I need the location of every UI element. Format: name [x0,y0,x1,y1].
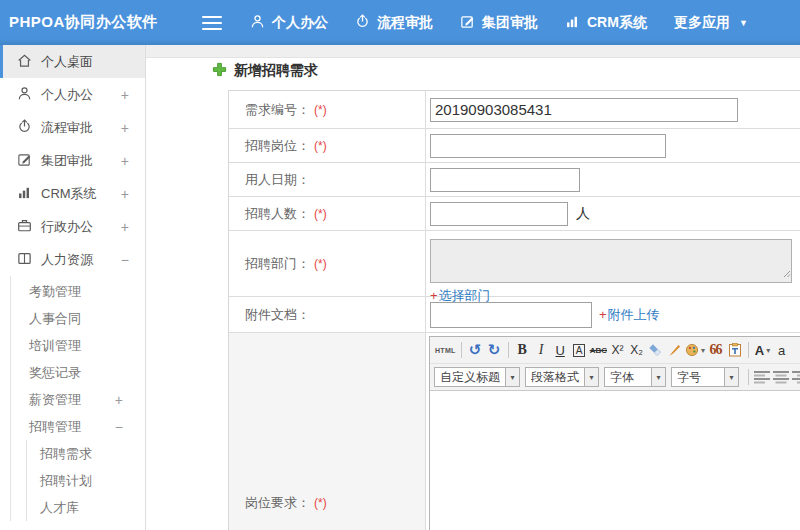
field-label: 招聘部门：(*) [229,231,426,296]
expand-icon[interactable]: + [121,153,129,169]
required-mark: (*) [314,139,327,153]
sidebar-item-admin-office[interactable]: 行政办公 + [0,210,145,243]
expand-icon[interactable]: + [121,186,129,202]
plus-icon: + [599,307,607,322]
hr-submenu: 考勤管理 人事合同 培训管理 奖惩记录 薪资管理 + 招聘管理 − 招聘需求 招… [10,276,145,521]
nav-label: 个人办公 [272,14,328,32]
paste-button[interactable] [726,340,743,360]
sidebar-item-workflow-approval[interactable]: 流程审批 + [0,111,145,144]
sidebar-item-hr-contract[interactable]: 人事合同 [11,305,145,332]
edit-icon [17,152,41,170]
content-top-strip [146,45,800,58]
sidebar-item-talent-pool[interactable]: 人才库 [27,494,145,521]
subscript-button[interactable]: X₂ [628,340,645,360]
department-textarea[interactable] [430,239,792,283]
expand-icon[interactable]: + [121,120,129,136]
expand-icon[interactable]: + [115,392,123,408]
font-style-button[interactable]: A [573,344,586,357]
sidebar-item-group-approval[interactable]: 集团审批 + [0,144,145,177]
edit-icon [460,14,482,32]
sidebar-label: 流程审批 [41,119,93,137]
editor-toolbar-row1: HTML ↺ ↻ B I U A ABC X² X₂ ▾ [430,337,800,364]
blockquote-button[interactable]: 66 [707,340,724,360]
redo-button[interactable]: ↻ [486,340,503,360]
align-left-button[interactable] [754,367,771,387]
bar-chart-icon [17,185,41,203]
strikethrough-button[interactable]: ABC [590,340,607,360]
sidebar-item-attendance[interactable]: 考勤管理 [11,278,145,305]
field-label: 招聘人数：(*) [229,197,426,230]
expand-icon[interactable]: + [121,87,129,103]
recruit-submenu: 招聘需求 招聘计划 人才库 [26,440,145,521]
sidebar-item-training[interactable]: 培训管理 [11,332,145,359]
font-size-select[interactable]: 字号 ▾ [671,367,739,387]
add-plus-icon [212,62,234,81]
nav-group-approval[interactable]: 集团审批 [460,14,538,32]
headcount-input[interactable] [430,202,568,226]
recruit-demand-form: 需求编号：(*) 招聘岗位：(*) 用人日期： 招聘人数：(*) [228,90,800,530]
workflow-icon [355,14,377,32]
collapse-icon[interactable]: − [121,252,129,268]
superscript-button[interactable]: X² [609,340,626,360]
nav-more-apps[interactable]: 更多应用 ▼ [674,14,748,32]
app-brand: PHPOA协同办公软件 [0,13,190,32]
rich-text-editor: HTML ↺ ↻ B I U A ABC X² X₂ ▾ [429,336,800,530]
hire-date-input[interactable] [430,168,580,192]
align-right-button[interactable] [792,367,800,387]
demand-no-input[interactable] [430,98,738,122]
undo-button[interactable]: ↺ [467,340,484,360]
expand-icon[interactable]: + [121,219,129,235]
user-icon [250,14,272,32]
editor-toolbar-row2: 自定义标题 ▾ 段落格式 ▾ 字体 ▾ 字号 ▾ [430,364,800,391]
format-brush-button[interactable] [666,340,683,360]
sidebar-item-human-resources[interactable]: 人力资源 − [0,243,145,276]
resize-grip-icon[interactable] [783,264,791,282]
font-color-button[interactable]: A▾ [754,340,771,360]
required-mark: (*) [314,496,327,510]
form-row-attachment: 附件文档： +附件上传 [229,297,800,333]
html-source-button[interactable]: HTML [435,340,456,360]
sidebar-label: 个人桌面 [41,53,93,71]
font-family-select[interactable]: 字体 ▾ [604,367,666,387]
sidebar-label: 集团审批 [41,152,93,170]
position-input[interactable] [430,134,666,158]
caret-down-icon: ▼ [739,18,748,28]
sidebar-item-salary[interactable]: 薪资管理 + [11,386,145,413]
color-palette-button[interactable]: ▾ [685,340,705,360]
page-title: 新增招聘需求 [234,62,318,80]
caret-down-icon: ▾ [766,346,770,355]
collapse-icon[interactable]: − [115,419,123,435]
editor-content[interactable] [430,391,800,530]
align-center-button[interactable] [773,367,790,387]
field-label: 附件文档： [229,297,426,332]
nav-workflow-approval[interactable]: 流程审批 [355,14,433,32]
menu-toggle-icon[interactable] [202,16,222,30]
toolbar-separator [508,342,509,358]
nav-crm-system[interactable]: CRM系统 [565,14,647,32]
sidebar-label: 行政办公 [41,218,93,236]
upload-attachment-link[interactable]: +附件上传 [599,306,660,324]
home-icon [17,53,41,71]
italic-button[interactable]: I [533,340,550,360]
font-background-button[interactable]: a [773,340,790,360]
sidebar-item-recruit-demand[interactable]: 招聘需求 [27,440,145,467]
nav-personal-office[interactable]: 个人办公 [250,14,328,32]
underline-button[interactable]: U [552,340,569,360]
paragraph-format-select[interactable]: 段落格式 ▾ [525,367,599,387]
user-icon [17,86,41,104]
eraser-button[interactable] [647,340,664,360]
workflow-icon [17,119,41,137]
page-title-bar: 新增招聘需求 [146,59,318,83]
bold-button[interactable]: B [514,340,531,360]
sidebar-label: 招聘管理 [29,418,81,436]
top-nav: 个人办公 流程审批 集团审批 CRM系统 更多应用 ▼ [250,14,775,32]
attachment-input[interactable] [430,302,592,328]
sidebar-item-personal-office[interactable]: 个人办公 + [0,78,145,111]
sidebar-item-desktop[interactable]: 个人桌面 [0,45,145,78]
field-label: 需求编号：(*) [229,91,426,128]
sidebar-item-recruit-plan[interactable]: 招聘计划 [27,467,145,494]
sidebar-item-crm-system[interactable]: CRM系统 + [0,177,145,210]
sidebar-item-rewards[interactable]: 奖惩记录 [11,359,145,386]
custom-title-select[interactable]: 自定义标题 ▾ [434,367,520,387]
sidebar-item-recruit-mgmt[interactable]: 招聘管理 − [11,413,145,440]
